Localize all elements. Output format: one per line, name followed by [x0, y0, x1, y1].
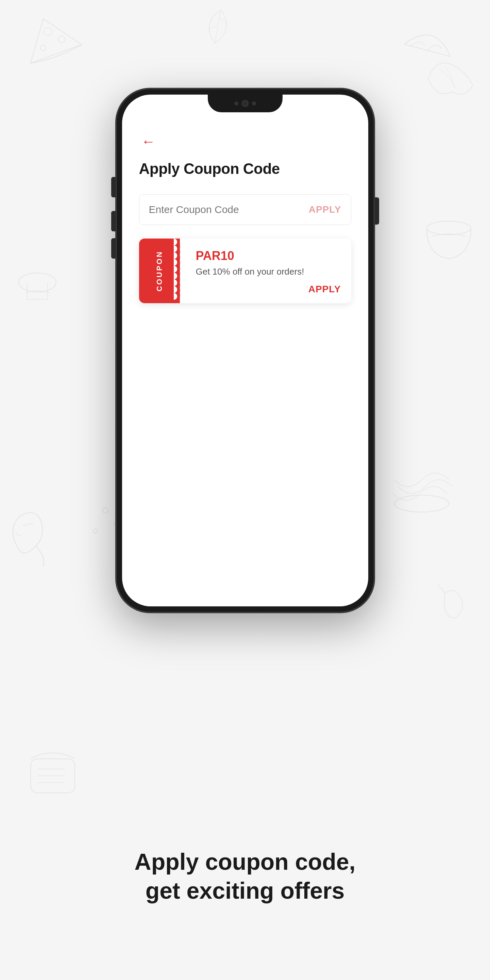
scene: ← Apply Coupon Code APPLY [0, 0, 490, 980]
apply-inline-button[interactable]: APPLY [309, 204, 341, 215]
coupon-code: PAR10 [196, 249, 341, 263]
coupon-ticket: COUPON [139, 239, 180, 303]
back-arrow-icon: ← [141, 134, 155, 149]
coupon-input-section: APPLY [122, 188, 368, 232]
app-header: ← Apply Coupon Code [122, 118, 368, 188]
coupon-apply-button[interactable]: APPLY [308, 284, 341, 295]
page-title: Apply Coupon Code [139, 160, 351, 177]
coupon-ticket-label: COUPON [155, 250, 164, 292]
notch-mic [252, 102, 256, 105]
phone-notch [208, 95, 282, 112]
phone-frame: ← Apply Coupon Code APPLY [116, 89, 374, 612]
notch-sensor [234, 102, 238, 105]
coupon-list: COUPON PAR10 Get 10% off on your orders! [122, 232, 368, 310]
back-button[interactable]: ← [139, 132, 158, 151]
phone-screen: ← Apply Coupon Code APPLY [122, 95, 368, 606]
app-screen: ← Apply Coupon Code APPLY [122, 95, 368, 606]
tagline-line2: get exciting offers [54, 876, 436, 905]
coupon-input-box[interactable]: APPLY [139, 194, 351, 225]
phone-wrapper: ← Apply Coupon Code APPLY [116, 89, 374, 612]
tagline-line1: Apply coupon code, [54, 847, 436, 876]
coupon-content: PAR10 Get 10% off on your orders! APPLY [181, 239, 351, 303]
notch-camera [242, 100, 249, 107]
coupon-code-input[interactable] [149, 204, 309, 215]
coupon-description: Get 10% off on your orders! [196, 266, 341, 277]
coupon-card: COUPON PAR10 Get 10% off on your orders! [139, 239, 351, 303]
bottom-tagline: Apply coupon code, get exciting offers [0, 847, 490, 905]
